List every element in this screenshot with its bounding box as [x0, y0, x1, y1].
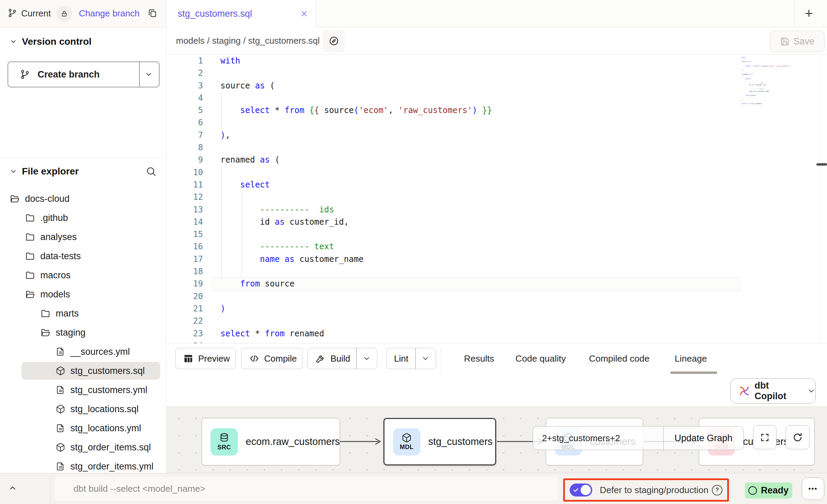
close-tab-icon[interactable]: [300, 9, 309, 19]
file-tree-item-stg-locations-yml[interactable]: stg_locations.yml: [0, 419, 166, 438]
file-tree-item-stg-order-items-yml[interactable]: stg_order_items.yml: [0, 457, 166, 473]
file-tree-item--sources-yml[interactable]: __sources.yml: [0, 342, 166, 361]
breadcrumb: models / staging / stg_customers.sql: [176, 27, 320, 54]
more-options-button[interactable]: •••: [802, 477, 824, 500]
line-number: 2: [166, 67, 203, 79]
tab-results[interactable]: Results: [459, 344, 500, 374]
file-label: stg_customers.sql: [70, 366, 145, 376]
save-button[interactable]: Save: [770, 31, 825, 52]
line-number: 10: [166, 166, 203, 179]
file-tree-item-models[interactable]: models: [0, 285, 166, 304]
line-number: 22: [166, 315, 203, 327]
chevron-down-icon[interactable]: [10, 38, 17, 45]
cube-icon: [402, 433, 412, 443]
file-tree-item-data-tests[interactable]: data-tests: [0, 247, 166, 266]
tab-stg-customers-sql[interactable]: stg_customers.sql: [166, 0, 316, 27]
minimap-line: select * from {{ source('ecom', 'raw_cus…: [742, 65, 791, 67]
file-icon: [56, 423, 65, 433]
line-number: 20: [166, 290, 203, 303]
preview-label: Preview: [198, 353, 230, 364]
lint-dropdown-chevron[interactable]: [415, 348, 436, 369]
code-line: 4: [166, 92, 827, 104]
help-icon[interactable]: ?: [712, 485, 722, 495]
file-tree-item-docs-cloud[interactable]: docs-cloud: [0, 189, 166, 208]
file-tree-item--github[interactable]: .github: [0, 208, 166, 227]
update-graph-button[interactable]: Update Graph: [664, 426, 743, 450]
status-bar: dbt build --select <model_name> Defer to…: [0, 473, 827, 504]
code-line: 7),: [166, 129, 827, 141]
code-line: 18: [166, 265, 827, 278]
code-editor[interactable]: 1with2 3source as (4 5 select * from {{ …: [166, 55, 827, 343]
lineage-header-row: dbt Copilot: [166, 374, 827, 406]
file-explorer-header[interactable]: File explorer: [0, 165, 79, 178]
tab-compiled-code[interactable]: Compiled code: [582, 344, 657, 374]
compile-button[interactable]: Compile: [241, 348, 302, 369]
code-line: 3source as (: [166, 80, 827, 92]
collapse-panel-icon[interactable]: [8, 483, 18, 494]
code-line: 11 select: [166, 179, 827, 191]
code-line: 9renamed as (: [166, 154, 827, 166]
search-icon[interactable]: [146, 166, 157, 178]
code-line: 17 name as customer_name: [166, 253, 827, 265]
lineage-selector-input[interactable]: 2+stg_customers+2: [533, 426, 664, 450]
code-line: 8: [166, 141, 827, 154]
file-tree-item-macros[interactable]: macros: [0, 266, 166, 285]
status-circle-icon: [748, 486, 757, 495]
change-branch-link[interactable]: Change branch: [79, 8, 140, 19]
file-tree-item-staging[interactable]: staging: [0, 323, 166, 342]
active-tab-underline: [670, 372, 717, 374]
line-number: 8: [166, 141, 203, 154]
branch-header: Current Change branch: [0, 0, 166, 27]
file-tree-item-marts[interactable]: marts: [0, 304, 166, 323]
file-label: staging: [56, 327, 85, 338]
dbt-copilot-button[interactable]: dbt Copilot: [730, 378, 816, 404]
version-control-header[interactable]: Version control: [0, 36, 92, 48]
lineage-graph[interactable]: SRC ecom.raw_customers MDL stg_customers…: [166, 406, 827, 473]
lineage-compass-icon[interactable]: [323, 30, 345, 52]
new-tab-button[interactable]: +: [797, 0, 821, 27]
lint-label: Lint: [394, 353, 408, 364]
command-input[interactable]: dbt build --select <model_name>: [55, 477, 559, 501]
database-icon: [219, 432, 230, 443]
build-dropdown-chevron[interactable]: [356, 348, 377, 369]
line-number: 23: [166, 327, 203, 340]
line-number: 3: [166, 80, 203, 92]
create-branch-button[interactable]: Create branch: [8, 61, 160, 87]
line-number: 1: [166, 55, 203, 67]
file-tree-item-stg-locations-sql[interactable]: stg_locations.sql: [0, 400, 166, 419]
line-number: 19: [166, 278, 203, 290]
defer-toggle[interactable]: [570, 484, 592, 496]
minimap[interactable]: with source as ( select * from {{ source…: [742, 57, 791, 111]
code-line: 21): [166, 303, 827, 315]
scrollbar-thumb[interactable]: [816, 163, 827, 166]
preview-button[interactable]: Preview: [175, 348, 236, 369]
refresh-button[interactable]: [786, 425, 810, 449]
create-branch-dropdown[interactable]: [138, 62, 159, 87]
tab-bar: stg_customers.sql +: [166, 0, 827, 27]
tab-code-quality[interactable]: Code quality: [508, 344, 573, 374]
code-line: 16 ---------- text: [166, 240, 827, 253]
current-branch-label: Current: [21, 8, 51, 19]
folder-open-icon: [10, 194, 20, 204]
line-number: 18: [166, 265, 203, 278]
file-label: macros: [40, 270, 71, 281]
fullscreen-button[interactable]: [753, 425, 776, 449]
tab-lineage[interactable]: Lineage: [666, 344, 716, 374]
build-button[interactable]: Build: [308, 348, 377, 369]
file-tree-item-stg-customers-yml[interactable]: stg_customers.yml: [0, 380, 166, 400]
lint-button[interactable]: Lint: [386, 348, 436, 369]
lineage-node-source[interactable]: SRC ecom.raw_customers: [202, 418, 340, 465]
file-tree-item-stg-customers-sql[interactable]: stg_customers.sql: [0, 361, 166, 380]
line-number: 16: [166, 240, 203, 253]
source-badge: SRC: [211, 428, 238, 456]
copy-icon[interactable]: [147, 8, 158, 19]
lineage-node-stg-customers[interactable]: MDL stg_customers: [383, 418, 496, 465]
sidebar: Version control Create branch File explo…: [0, 27, 166, 473]
code-line: 19 from source: [166, 278, 827, 290]
folder-icon: [25, 270, 35, 280]
chevron-down-icon[interactable]: [10, 168, 17, 175]
code-line: 12: [166, 191, 827, 203]
file-tree-item-stg-order-items-sql[interactable]: stg_order_items.sql: [0, 438, 166, 457]
file-tree-item-analyses[interactable]: analyses: [0, 227, 166, 247]
scrollbar-track: [819, 55, 819, 343]
